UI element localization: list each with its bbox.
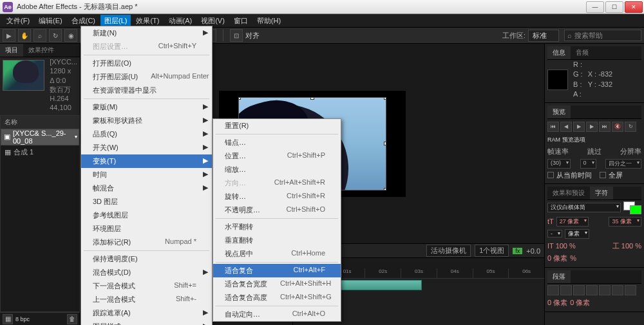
from-current-checkbox[interactable]: [547, 172, 554, 178]
indent-left-input[interactable]: 0 像素: [547, 298, 567, 308]
fullscreen-checkbox[interactable]: [600, 172, 606, 178]
transform-menu-item-13[interactable]: 适合复合Ctrl+Alt+F: [213, 264, 341, 277]
transform-menu-item-17[interactable]: 自动定向…Ctrl+Alt+O: [213, 308, 341, 321]
layer-menu-item-3[interactable]: 打开图层(O): [81, 57, 212, 70]
menu-图层(L)[interactable]: 图层(L): [100, 15, 131, 27]
layer-menu-item-23[interactable]: 跟踪遮罩(A)▶: [81, 306, 212, 320]
layer-menu-item-16[interactable]: 环境图层: [81, 222, 212, 236]
bin-delete-button[interactable]: 🗑: [67, 314, 77, 324]
bpc-label[interactable]: 8 bpc: [15, 316, 30, 322]
tab-character[interactable]: 字符: [590, 187, 613, 200]
camera-select[interactable]: 活动摄像机: [426, 245, 471, 257]
transform-menu-item-2[interactable]: 锚点…: [213, 136, 341, 149]
menu-编辑(E)[interactable]: 编辑(E): [35, 15, 66, 27]
workspace-select[interactable]: 标准: [528, 30, 559, 42]
hand-tool[interactable]: ✋: [18, 29, 31, 42]
menu-帮助(H)[interactable]: 帮助(H): [253, 15, 285, 27]
tab-preview[interactable]: 预览: [547, 106, 571, 118]
last-frame-button[interactable]: ⏭: [599, 122, 611, 132]
menu-视图(V)[interactable]: 视图(V): [197, 15, 229, 27]
layer-menu-item-10[interactable]: 开关(W)▶: [81, 141, 212, 154]
leading-input[interactable]: 35 像素: [609, 217, 641, 227]
align-center[interactable]: [560, 285, 572, 295]
footage-thumbnail[interactable]: [3, 60, 44, 91]
transform-menu-item-14[interactable]: 适合复合宽度Ctrl+Alt+Shift+H: [213, 277, 341, 291]
fx-toggle[interactable]: fx: [513, 248, 522, 254]
align-left[interactable]: [547, 285, 559, 295]
transform-menu-item-6[interactable]: 旋转…Ctrl+Shift+R: [213, 190, 341, 203]
loop-button[interactable]: ↻: [625, 122, 636, 132]
layer-menu-item-8[interactable]: 蒙板和形状路径▶: [81, 114, 212, 127]
transform-menu-item-11[interactable]: 视点居中Ctrl+Home: [213, 247, 341, 261]
layer-menu-item-17[interactable]: 添加标记(R)Numpad *: [81, 236, 212, 249]
project-row-comp[interactable]: ▦ 合成 1: [1, 145, 79, 159]
transform-menu-item-15[interactable]: 适合复合高度Ctrl+Alt+Shift+G: [213, 291, 341, 304]
justify-all[interactable]: [625, 285, 636, 295]
layer-menu-item-21[interactable]: 下一混合模式Shift+=: [81, 279, 212, 293]
kerning-select[interactable]: -: [547, 230, 562, 237]
tab-info[interactable]: 信息: [547, 46, 571, 59]
tab-project[interactable]: 项目: [0, 44, 23, 57]
transform-menu-item-3[interactable]: 位置…Ctrl+Shift+P: [213, 149, 341, 163]
selection-tool[interactable]: ▶: [3, 29, 15, 42]
justify-left[interactable]: [586, 285, 598, 295]
baseline-input[interactable]: 0 像素: [547, 254, 567, 263]
framerate-select[interactable]: (30): [547, 159, 571, 169]
first-frame-button[interactable]: ⏮: [547, 122, 559, 132]
menu-效果(T)[interactable]: 效果(T): [132, 15, 163, 27]
layer-menu-item-7[interactable]: 蒙版(M)▶: [81, 100, 212, 114]
prev-frame-button[interactable]: ◀: [560, 122, 572, 132]
menu-文件(F)[interactable]: 文件(F): [3, 15, 33, 27]
next-frame-button[interactable]: ▶: [586, 122, 598, 132]
exposure-value[interactable]: +0.0: [526, 247, 540, 255]
vscale-input[interactable]: IT 100 %: [547, 242, 576, 250]
align-right[interactable]: [573, 285, 585, 295]
skip-select[interactable]: 0: [580, 159, 596, 169]
bin-interpret-button[interactable]: ▦: [3, 314, 13, 324]
layer-menu-item-20[interactable]: 混合模式(D)▶: [81, 266, 212, 279]
minimize-button[interactable]: —: [586, 1, 604, 13]
layer-menu-item-13[interactable]: 帧混合▶: [81, 181, 212, 195]
layer-menu-item-5[interactable]: 在资源管理器中显示: [81, 84, 212, 97]
camera-tool[interactable]: ◉: [64, 29, 77, 42]
project-row-footage[interactable]: ▣ [XYCC& S..._29-00_08: [1, 129, 79, 145]
font-size-input[interactable]: 27 像素: [556, 217, 589, 227]
font-select[interactable]: 汉仪白棋体简: [547, 203, 621, 212]
play-button[interactable]: ▶: [573, 122, 585, 132]
menu-窗口[interactable]: 窗口: [230, 15, 252, 27]
layer-menu-item-24[interactable]: 图层样式▶: [81, 320, 212, 325]
layer-menu-item-11[interactable]: 变换(T)▶: [81, 154, 212, 168]
tab-effects-presets[interactable]: 效果和预设: [547, 187, 590, 200]
tab-audio[interactable]: 音频: [571, 46, 594, 59]
rotate-tool[interactable]: ↻: [49, 29, 62, 42]
justify-right[interactable]: [612, 285, 623, 295]
mute-button[interactable]: 🔇: [612, 122, 623, 132]
transform-menu-item-10[interactable]: 垂直翻转: [213, 234, 341, 247]
tab-paragraph[interactable]: 段落: [547, 270, 571, 283]
menu-动画(A)[interactable]: 动画(A): [165, 15, 196, 27]
layer-menu-item-19[interactable]: 保持透明度(E): [81, 252, 212, 266]
tracking-input[interactable]: 像素: [565, 229, 589, 239]
justify-center[interactable]: [599, 285, 611, 295]
layer-menu-item-12[interactable]: 时间▶: [81, 168, 212, 181]
transform-menu-item-9[interactable]: 水平翻转: [213, 220, 341, 234]
res-select[interactable]: 四分之一: [605, 159, 641, 169]
text-color-swatch[interactable]: [623, 201, 641, 214]
hscale-input[interactable]: 工 100 %: [612, 241, 641, 251]
layer-menu-item-15[interactable]: 参考线图层: [81, 209, 212, 222]
layer-menu-item-14[interactable]: 3D 图层: [81, 195, 212, 209]
maximize-button[interactable]: ☐: [605, 1, 623, 13]
layer-menu[interactable]: 新建(N)▶图层设置…Ctrl+Shift+Y打开图层(O)打开图层源(U)Al…: [80, 26, 213, 325]
project-column-name[interactable]: 名称: [1, 116, 79, 129]
layer-menu-item-22[interactable]: 上一混合模式Shift+-: [81, 293, 212, 306]
tab-effect-controls[interactable]: 效果控件: [23, 44, 59, 57]
transform-menu-item-4[interactable]: 缩放…: [213, 163, 341, 176]
layer-menu-item-9[interactable]: 品质(Q)▶: [81, 127, 212, 141]
transform-menu-item-0[interactable]: 重置(R): [213, 119, 341, 133]
layer-menu-item-0[interactable]: 新建(N)▶: [81, 26, 212, 40]
view-layout-select[interactable]: 1个视图: [475, 245, 509, 257]
transform-submenu[interactable]: 重置(R)锚点…位置…Ctrl+Shift+P缩放…方向…Ctrl+Alt+Sh…: [213, 118, 341, 322]
layer-menu-item-4[interactable]: 打开图层源(U)Alt+Numpad Enter: [81, 70, 212, 84]
zoom-tool[interactable]: ⌕: [33, 29, 46, 42]
menu-合成(C)[interactable]: 合成(C): [68, 15, 99, 27]
